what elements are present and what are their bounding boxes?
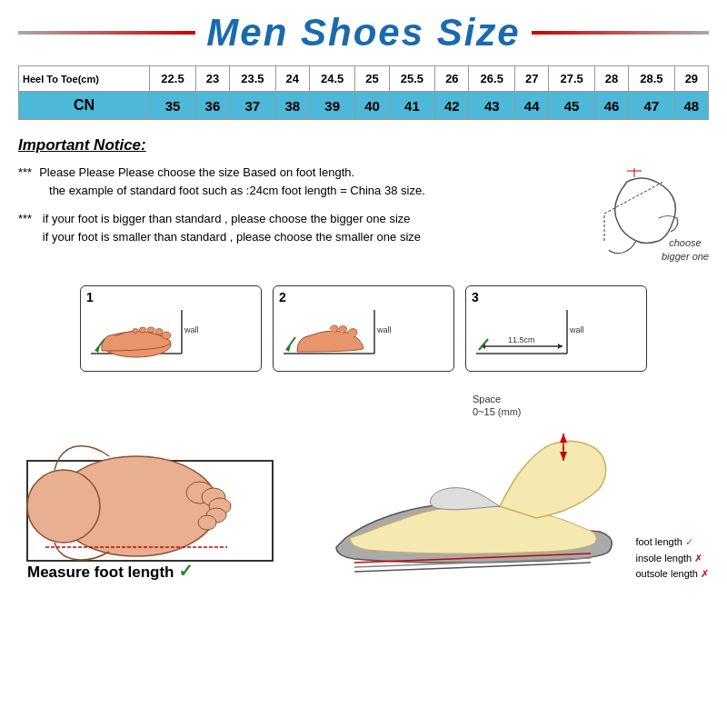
- svg-point-8: [155, 328, 163, 334]
- size-26-5: 26.5: [469, 66, 515, 92]
- svg-line-26: [479, 339, 488, 350]
- choose-label: choosebigger one: [662, 236, 709, 263]
- size-27: 27: [515, 66, 549, 92]
- notice-item-1: *** Please Please Please choose the size…: [18, 164, 563, 199]
- svg-point-9: [147, 327, 154, 333]
- size-24-5: 24.5: [309, 66, 355, 92]
- cn-46: 46: [594, 92, 628, 120]
- measure-checkmark: ✓: [178, 560, 194, 582]
- bottom-section: Measure foot length ✓: [0, 388, 727, 583]
- diagram-2: 2 wall: [273, 285, 454, 372]
- size-table: Heel To Toe(cm) 22.5 23 23.5 24 24.5 25 …: [18, 65, 709, 120]
- foot-length-check: ✓: [685, 536, 693, 547]
- svg-text:wall: wall: [569, 325, 584, 334]
- foot-length-label: foot length ✓: [635, 534, 709, 551]
- measure-label: Measure foot length: [27, 563, 174, 582]
- size-23-5: 23.5: [230, 66, 276, 92]
- notice-text-1: Please Please Please choose the size Bas…: [39, 164, 425, 199]
- svg-marker-39: [560, 434, 567, 443]
- svg-point-10: [140, 327, 146, 333]
- notice-section: Important Notice: *** Please Please Plea…: [0, 136, 727, 267]
- length-labels: foot length ✓ insole length ✗ outsole le…: [635, 534, 709, 583]
- size-23: 23: [195, 66, 229, 92]
- cn-40: 40: [355, 92, 389, 120]
- notice-stars-1: ***: [18, 164, 32, 182]
- insole-length-cross: ✗: [694, 553, 702, 563]
- svg-point-35: [198, 515, 216, 530]
- header-line-left: [18, 31, 195, 35]
- cn-42: 42: [435, 92, 469, 120]
- size-27-5: 27.5: [549, 66, 595, 92]
- cn-38: 38: [275, 92, 309, 120]
- notice-title: Important Notice:: [18, 136, 709, 155]
- notice-content: *** Please Please Please choose the size…: [18, 164, 709, 267]
- insole-length-label: insole length ✗: [635, 551, 709, 567]
- notice-image-area: choosebigger one: [573, 164, 709, 267]
- bottom-right: Space0~15 (mm) foot length ✓ insole leng…: [318, 388, 709, 583]
- notice-text-area: *** Please Please Please choose the size…: [18, 164, 563, 267]
- size-22-5: 22.5: [150, 66, 196, 92]
- cn-47: 47: [629, 92, 675, 120]
- svg-point-11: [133, 328, 138, 333]
- size-table-container: Heel To Toe(cm) 22.5 23 23.5 24 24.5 25 …: [0, 65, 727, 120]
- cn-35: 35: [150, 92, 196, 120]
- cn-36: 36: [195, 92, 229, 120]
- diagram-3-svg: 11.5cm wall: [472, 301, 590, 364]
- diagram-inner-3: 11.5cm wall: [472, 292, 641, 365]
- cn-row: CN 35 36 37 38 39 40 41 42 43 44 45 46 4…: [19, 92, 709, 120]
- header: Men Shoes Size: [0, 0, 727, 65]
- header-line-right: [532, 31, 709, 35]
- svg-marker-24: [558, 344, 563, 349]
- svg-line-3: [604, 182, 663, 214]
- diagram-number-3: 3: [472, 290, 479, 304]
- svg-text:11.5cm: 11.5cm: [508, 335, 535, 344]
- diagram-inner-2: wall: [279, 292, 448, 365]
- diagram-inner-1: wall: [86, 292, 255, 365]
- space-label: Space0~15 (mm): [473, 393, 522, 419]
- diagram-1: 1 wall: [80, 285, 262, 372]
- cn-48: 48: [674, 92, 708, 120]
- size-29: 29: [674, 66, 708, 92]
- notice-stars-2: ***: [18, 210, 32, 228]
- bottom-left: Measure foot length ✓: [18, 388, 300, 583]
- outsole-length-cross: ✗: [701, 568, 709, 579]
- size-26: 26: [435, 66, 469, 92]
- diagram-3: 3 11.5cm wall: [465, 285, 647, 372]
- cn-39: 39: [309, 92, 355, 120]
- cn-label: CN: [19, 92, 150, 120]
- diagram-number-1: 1: [86, 290, 94, 304]
- foot-measure-svg: [18, 388, 291, 570]
- cn-43: 43: [469, 92, 515, 120]
- diagram-number-2: 2: [279, 290, 286, 304]
- svg-text:wall: wall: [184, 325, 199, 334]
- cn-41: 41: [389, 92, 435, 120]
- svg-line-43: [354, 563, 591, 572]
- cn-37: 37: [230, 92, 276, 120]
- svg-line-17: [286, 337, 295, 350]
- notice-item-2: *** if your foot is bigger than standard…: [18, 210, 563, 245]
- diagrams-row: 1 wall: [0, 276, 727, 381]
- cn-45: 45: [549, 92, 595, 120]
- size-28: 28: [594, 66, 628, 92]
- diagram-2-svg: wall: [279, 301, 397, 364]
- size-28-5: 28.5: [629, 66, 675, 92]
- svg-point-7: [162, 332, 171, 339]
- heel-toe-label: Heel To Toe(cm): [19, 66, 150, 92]
- diagram-1-svg: wall: [86, 301, 204, 364]
- page-title: Men Shoes Size: [206, 11, 520, 55]
- outsole-length-label: outsole length ✗: [635, 566, 709, 583]
- svg-text:wall: wall: [376, 325, 392, 334]
- cn-44: 44: [515, 92, 549, 120]
- size-25: 25: [355, 66, 389, 92]
- svg-point-30: [27, 470, 100, 543]
- size-24: 24: [275, 66, 309, 92]
- notice-text-2: if your foot is bigger than standard , p…: [39, 210, 421, 245]
- size-25-5: 25.5: [389, 66, 435, 92]
